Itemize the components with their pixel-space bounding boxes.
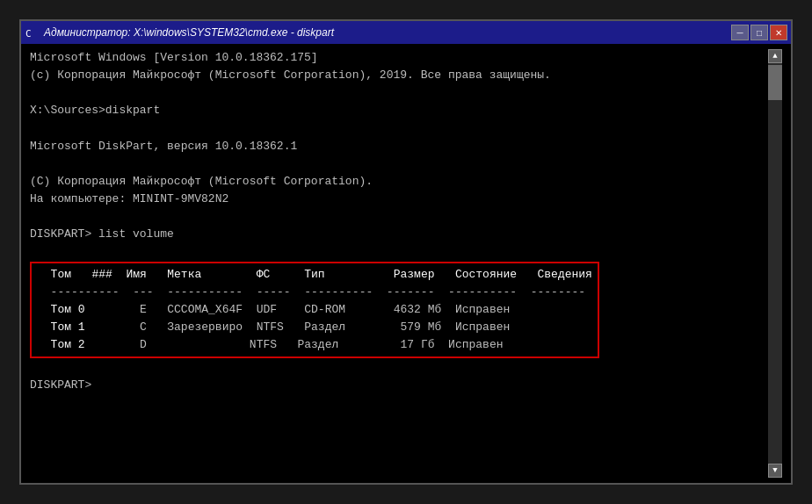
maximize-button[interactable]: □ xyxy=(750,25,768,40)
scroll-up-button[interactable]: ▲ xyxy=(768,49,782,63)
cmd-window: C Администратор: X:\windows\SYSTEM32\cmd… xyxy=(19,19,793,485)
title-bar-left: C Администратор: X:\windows\SYSTEM32\cmd… xyxy=(25,25,334,40)
scrollbar-thumb[interactable] xyxy=(768,65,782,100)
svg-text:C: C xyxy=(25,28,32,40)
close-button[interactable]: ✕ xyxy=(770,25,787,40)
terminal-area: Microsoft Windows [Version 10.0.18362.17… xyxy=(21,44,791,483)
minimize-button[interactable]: ─ xyxy=(731,25,749,40)
scrollbar[interactable]: ▲ ▼ xyxy=(768,49,782,478)
table-container: Том ### Имя Метка ФС Тип Размер Состояни… xyxy=(30,262,599,359)
line-1: Microsoft Windows [Version 10.0.18362.17… xyxy=(30,51,551,241)
title-bar: C Администратор: X:\windows\SYSTEM32\cmd… xyxy=(21,21,791,44)
scroll-down-button[interactable]: ▼ xyxy=(768,464,782,478)
window-title: Администратор: X:\windows\SYSTEM32\cmd.e… xyxy=(44,26,334,39)
line-prompt: DISKPART> xyxy=(30,378,98,392)
cmd-icon: C xyxy=(25,25,39,40)
title-buttons: ─ □ ✕ xyxy=(731,25,787,40)
terminal-output: Microsoft Windows [Version 10.0.18362.17… xyxy=(30,49,768,478)
scrollbar-track[interactable] xyxy=(768,63,782,464)
